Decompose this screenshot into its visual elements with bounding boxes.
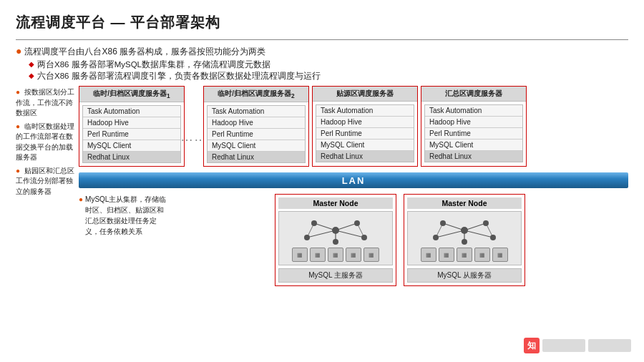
lan-bar-wrap: LAN: [79, 172, 628, 188]
server-row: Task Automation: [425, 105, 522, 117]
svg-line-21: [436, 230, 464, 238]
server-row: Redhat Linux: [425, 151, 522, 162]
bullet-sub1: ◆ 两台X86 服务器部署MySQL数据库集群，存储流程调度元数据: [29, 59, 628, 70]
server-box-1: 临时/归档区调度服务器1 Task Automation Hadoop Hive…: [79, 86, 185, 167]
svg-line-25: [486, 223, 493, 238]
network-svg-1: [282, 215, 389, 246]
svg-line-23: [464, 230, 493, 238]
server-box-3-header: 贴源区调度服务器: [313, 87, 417, 102]
server-box-4: 汇总区调度服务器 Task Automation Hadoop Hive Per…: [421, 86, 527, 167]
server-row: Hadoop Hive: [316, 117, 414, 128]
page-title: 流程调度平台 — 平台部署架构: [16, 13, 628, 32]
mysql-box-2: Master Node: [404, 194, 525, 286]
svg-line-19: [443, 223, 464, 230]
disk-unit: ▦: [439, 248, 454, 262]
server-box-4-header: 汇总区调度服务器: [421, 87, 526, 102]
server-row: Perl Runtime: [83, 129, 180, 140]
bullet-sub2: ◆ 六台X86 服务器部署流程调度引擎，负责各数据区数据处理流程调度与运行: [29, 71, 628, 82]
mysql-box-1-header: Master Node: [278, 197, 393, 209]
server-row: Redhat Linux: [83, 152, 180, 162]
bullet-dot-icon: ●: [16, 45, 21, 57]
server-row: Perl Runtime: [316, 128, 414, 140]
left-dot-1: ●: [16, 88, 20, 96]
watermark: 知: [524, 338, 631, 353]
mysql-disks-row-2: ▦ ▦ ▦ ▦ ▦: [411, 248, 518, 262]
page: 流程调度平台 — 平台部署架构 ● 流程调度平台由八台X86 服务器构成，服务器…: [0, 0, 644, 362]
server-row: Perl Runtime: [208, 129, 305, 140]
network-svg-2: [411, 215, 518, 246]
disk-unit: ▦: [457, 248, 472, 262]
server-row: Redhat Linux: [316, 151, 414, 162]
server-row: Perl Runtime: [425, 128, 522, 140]
mysql-disks-row-1: ▦ ▦ ▦ ▦ ▦: [282, 248, 389, 262]
disk-unit: ▦: [346, 248, 361, 262]
server-row: Task Automation: [208, 106, 305, 117]
disk-unit: ▦: [328, 248, 343, 262]
server-row: Hadoop Hive: [425, 117, 522, 128]
divider: [16, 39, 628, 40]
server-box-3: 贴源区调度服务器 Task Automation Hadoop Hive Per…: [312, 86, 418, 167]
svg-line-24: [436, 223, 443, 238]
diamond-icon-2: ◆: [29, 72, 34, 79]
left-note-line3: ● 贴园区和汇总区工作流分别部署独立的服务器: [16, 166, 76, 197]
bullet-sub2-text: 六台X86 服务器部署流程调度引擎，负责各数据区数据处理流程调度与运行: [37, 71, 321, 82]
server-box-4-inner: Task Automation Hadoop Hive Perl Runtime…: [424, 104, 523, 162]
mysql-box-2-inner: ▦ ▦ ▦ ▦ ▦: [407, 211, 522, 265]
server-box-2: 临时/归档区调度服务器2 Task Automation Hadoop Hive…: [203, 86, 309, 167]
watermark-text-2: [588, 339, 631, 352]
mysql-network-area-1: [282, 215, 389, 246]
svg-line-10: [336, 230, 364, 238]
left-dot-3: ●: [16, 167, 20, 175]
left-dot-2: ●: [16, 122, 20, 130]
left-note-line1: ● 按数据区划分工作流，工作流不跨数据区: [16, 87, 76, 119]
disk-unit: ▦: [421, 248, 436, 262]
server-box-2-header: 临时/归档区调度服务器2: [204, 87, 308, 102]
lan-bar: LAN: [79, 172, 628, 188]
svg-line-8: [307, 230, 336, 238]
server-row: Task Automation: [83, 106, 180, 117]
server-row: MySQL Client: [83, 140, 180, 152]
bl-dot-icon: ●: [79, 194, 83, 205]
server-row: Redhat Linux: [208, 152, 305, 162]
server-row: MySQL Client: [316, 140, 414, 151]
bullet-section: ● 流程调度平台由八台X86 服务器构成，服务器按照功能分为两类 ◆ 两台X86…: [16, 46, 628, 82]
mysql-box-2-header: Master Node: [407, 197, 522, 209]
disk-unit: ▦: [364, 248, 379, 262]
bullet-main: ● 流程调度平台由八台X86 服务器构成，服务器按照功能分为两类: [16, 46, 628, 58]
bullet-main-text: 流程调度平台由八台X86 服务器构成，服务器按照功能分为两类: [24, 46, 265, 58]
bl-bullet: ● MySQL主从集群，存储临时区、归档区、贴源区和汇总区数据处理任务定义，任务…: [79, 194, 167, 237]
server-row: Task Automation: [316, 105, 414, 117]
svg-line-7: [336, 223, 357, 230]
mysql-network-area-2: [411, 215, 518, 246]
svg-line-20: [464, 223, 486, 230]
server-row: MySQL Client: [208, 140, 305, 152]
left-note: ● 按数据区划分工作流，工作流不跨数据区 ● 临时区数据处理的工作流部署在数据交…: [16, 86, 79, 286]
disk-unit: ▦: [292, 248, 308, 262]
mysql-boxes-area: Master Node: [172, 194, 628, 286]
mysql-box-1-footer: MySQL 主服务器: [278, 268, 393, 283]
server-row: MySQL Client: [425, 140, 522, 151]
bullet-sub1-text: 两台X86 服务器部署MySQL数据库集群，存储流程调度元数据: [37, 59, 270, 70]
svg-line-11: [307, 223, 314, 238]
mysql-box-1-inner: ▦ ▦ ▦ ▦ ▦: [278, 211, 393, 265]
server-box-2-inner: Task Automation Hadoop Hive Perl Runtime…: [207, 105, 306, 163]
main-diagram: ● 按数据区划分工作流，工作流不跨数据区 ● 临时区数据处理的工作流部署在数据交…: [16, 86, 628, 286]
bl-note-text: MySQL主从集群，存储临时区、归档区、贴源区和汇总区数据处理任务定义，任务依赖…: [85, 194, 167, 237]
lan-label: LAN: [342, 175, 366, 186]
server-box-3-inner: Task Automation Hadoop Hive Perl Runtime…: [316, 104, 414, 162]
server-row: Hadoop Hive: [208, 117, 305, 129]
svg-line-12: [357, 223, 364, 238]
left-note-line2: ● 临时区数据处理的工作流部署在数据交换平台的加载服务器: [16, 122, 76, 163]
watermark-text-1: [542, 339, 585, 352]
servers-area: 临时/归档区调度服务器1 Task Automation Hadoop Hive…: [79, 86, 628, 286]
bottom-area: ● MySQL主从集群，存储临时区、归档区、贴源区和汇总区数据处理任务定义，任务…: [79, 194, 628, 286]
server-box-1-header: 临时/归档区调度服务器1: [79, 87, 184, 102]
svg-line-6: [314, 223, 336, 230]
disk-unit: ▦: [474, 248, 490, 262]
mysql-box-2-footer: MySQL 从服务器: [407, 268, 522, 283]
watermark-logo: 知: [524, 338, 540, 353]
dots-separator: ……: [187, 86, 200, 167]
server-boxes-row: 临时/归档区调度服务器1 Task Automation Hadoop Hive…: [79, 86, 628, 167]
diamond-icon-1: ◆: [29, 60, 34, 68]
mysql-box-1: Master Node: [275, 194, 396, 286]
